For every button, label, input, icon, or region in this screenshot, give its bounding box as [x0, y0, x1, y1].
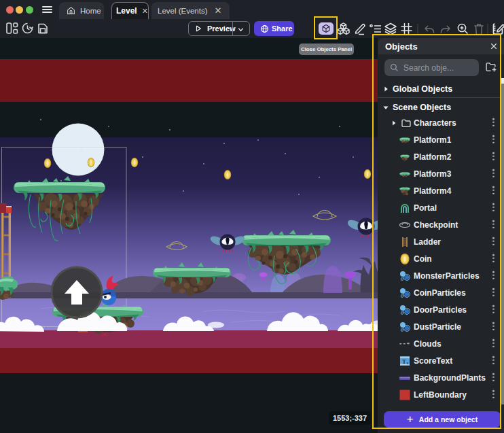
svg-text:x: x [407, 361, 409, 365]
svg-text:T: T [402, 358, 406, 365]
